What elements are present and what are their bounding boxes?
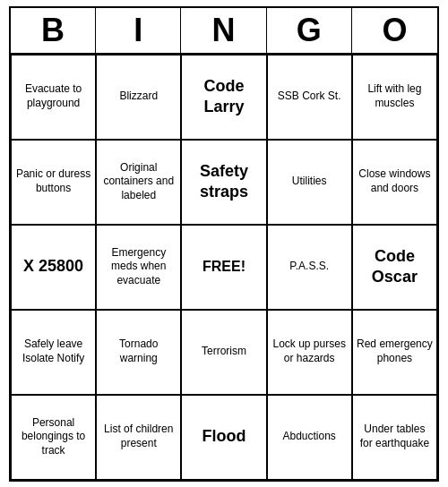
header-g: G [267,8,352,53]
bingo-cell-11[interactable]: Emergency meds when evacuate [96,225,181,310]
bingo-cell-2[interactable]: Code Larry [181,55,266,140]
bingo-cell-16[interactable]: Tornado warning [96,310,181,395]
bingo-cell-8[interactable]: Utilities [267,140,352,225]
bingo-cell-14[interactable]: Code Oscar [352,225,437,310]
bingo-cell-3[interactable]: SSB Cork St. [267,55,352,140]
bingo-cell-12[interactable]: FREE! [181,225,266,310]
bingo-cell-15[interactable]: Safely leave Isolate Notify [11,310,96,395]
bingo-cell-7[interactable]: Safety straps [181,140,266,225]
bingo-cell-6[interactable]: Original containers and labeled [96,140,181,225]
bingo-cell-5[interactable]: Panic or duress buttons [11,140,96,225]
header-i: I [96,8,181,53]
bingo-card: B I N G O Evacuate to playgroundBlizzard… [9,6,439,482]
header-b: B [11,8,96,53]
bingo-cell-9[interactable]: Close windows and doors [352,140,437,225]
bingo-cell-17[interactable]: Terrorism [181,310,266,395]
bingo-cell-23[interactable]: Abductions [267,395,352,480]
bingo-cell-21[interactable]: List of children present [96,395,181,480]
bingo-cell-18[interactable]: Lock up purses or hazards [267,310,352,395]
header-n: N [181,8,266,53]
bingo-cell-0[interactable]: Evacuate to playground [11,55,96,140]
bingo-cell-10[interactable]: X 25800 [11,225,96,310]
header-o: O [352,8,437,53]
bingo-header: B I N G O [11,8,437,55]
bingo-grid: Evacuate to playgroundBlizzardCode Larry… [11,55,437,480]
bingo-cell-1[interactable]: Blizzard [96,55,181,140]
bingo-cell-13[interactable]: P.A.S.S. [267,225,352,310]
bingo-cell-20[interactable]: Personal belongings to track [11,395,96,480]
bingo-cell-24[interactable]: Under tables for earthquake [352,395,437,480]
bingo-cell-22[interactable]: Flood [181,395,266,480]
bingo-cell-19[interactable]: Red emergency phones [352,310,437,395]
bingo-cell-4[interactable]: Lift with leg muscles [352,55,437,140]
